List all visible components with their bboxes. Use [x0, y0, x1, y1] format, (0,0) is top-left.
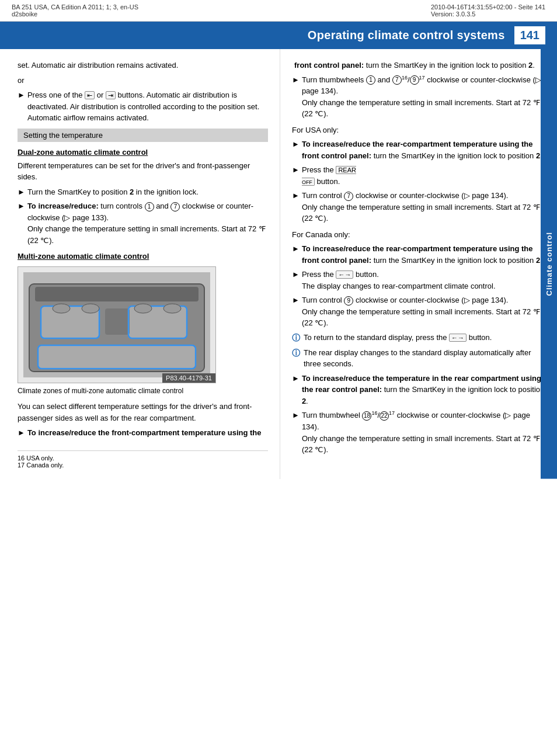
rear-thumbwheel-text: Turn thumbwheel 1816/2217 clockwise or c…: [302, 410, 545, 455]
control-1-icon: 1: [145, 202, 154, 211]
canada-bullet3-text: Turn control 9 clockwise or counter-cloc…: [302, 294, 545, 329]
rear-button-icon: REAROFF: [302, 166, 356, 186]
header-left: BA 251 USA, CA Edition A 2011; 1; 3, en-…: [12, 4, 138, 18]
rear-thumbwheel-22-icon: 22: [380, 411, 389, 421]
multi-zone-bullet1: ► To increase/reduce the front-compartme…: [18, 427, 268, 439]
svg-point-11: [82, 304, 99, 313]
svg-point-13: [163, 304, 181, 313]
usa-bullet2: ► Press the REAROFF button.: [292, 164, 545, 187]
right-bullet-front-panel-text: front control panel: turn the SmartKey i…: [294, 60, 545, 71]
rear-panel-bullet: ► To increase/reduce the temperature in …: [292, 373, 545, 407]
usa-bullet-arrow-2: ►: [292, 164, 300, 187]
usa-bullet3-text: Turn control 7 clockwise or counter-cloc…: [302, 190, 545, 224]
canada-bullet2-text: Press the ←→ button. The display changes…: [302, 269, 545, 292]
canada-bullet1-text: To increase/reduce the rear-compartment …: [302, 243, 545, 266]
rear-thumbwheel-18-icon: 18: [362, 411, 371, 421]
right-bullet-arrow-2: ►: [292, 74, 300, 120]
car-interior-svg: [23, 272, 210, 377]
dual-zone-bullet2-text: To increase/reduce: turn controls 1 and …: [27, 200, 268, 246]
svg-rect-5: [105, 308, 130, 335]
info-text-2: The rear display changes to the standard…: [304, 347, 545, 370]
footnotes: 16 USA only. 17 Canada only.: [18, 450, 268, 469]
svg-rect-6: [38, 345, 196, 369]
bullet-arrow-2: ►: [18, 200, 25, 246]
usa-bullet3: ► Turn control 7 clockwise or counter-cl…: [292, 190, 545, 224]
rear-thumbwheel-bullet: ► Turn thumbwheel 1816/2217 clockwise or…: [292, 410, 545, 455]
title-bar: Operating climate control systems 141: [0, 22, 557, 49]
info-rear-button: ←→: [449, 334, 467, 342]
canada-bullet-arrow-1: ►: [292, 243, 300, 266]
button-icon-left: ⇤: [85, 91, 95, 99]
bullet-arrow-3: ►: [18, 427, 25, 439]
thumbwheel-7-icon: 7: [392, 75, 402, 85]
dual-zone-bullet1-text: Turn the SmartKey to position 2 in the i…: [27, 186, 268, 198]
canada-control-9-icon: 9: [344, 296, 353, 306]
info-item-2: ⓘ The rear display changes to the standa…: [292, 347, 545, 370]
dual-zone-bullet2: ► To increase/reduce: turn controls 1 an…: [18, 200, 268, 246]
image-caption: Climate zones of multi-zone automatic cl…: [18, 386, 268, 396]
footnote-17: 17 Canada only.: [18, 462, 268, 469]
bullet-text-buttons: Press one of the ⇤ or ⇥ buttons. Automat…: [27, 89, 268, 124]
usa-bullet1: ► To increase/reduce the rear-compartmen…: [292, 138, 545, 161]
right-column: front control panel: turn the SmartKey i…: [280, 49, 557, 479]
canada-bullet3: ► Turn control 9 clockwise or counter-cl…: [292, 294, 545, 329]
dual-zone-header: Dual-zone automatic climate control: [18, 148, 268, 157]
usa-bullet-arrow-3: ►: [292, 190, 300, 224]
rear-panel-bullet-text: To increase/reduce the temperature in th…: [302, 373, 545, 407]
climate-image: P83.40-4179-31: [18, 266, 216, 383]
usa-control-7-icon: 7: [344, 192, 353, 201]
page-title: Operating climate control systems: [308, 29, 505, 42]
title-bar-content: Operating climate control systems 141: [308, 26, 545, 44]
multi-zone-bullet1-text: To increase/reduce the front-compartment…: [27, 427, 268, 439]
thumbwheel-9-icon: 9: [410, 75, 419, 85]
info-icon-1: ⓘ: [292, 332, 300, 344]
usa-bullet2-text: Press the REAROFF button.: [302, 164, 545, 187]
side-tab: Climate control: [541, 49, 557, 479]
bullet-item-buttons: ► Press one of the ⇤ or ⇥ buttons. Autom…: [18, 89, 268, 124]
button-icon-right: ⇥: [106, 91, 116, 99]
dual-zone-intro: Different temperatures can be set for th…: [18, 160, 268, 183]
right-bullet-thumbwheels-text: Turn thumbwheels 1 and 716/917 clockwise…: [302, 74, 545, 120]
multi-zone-intro: You can select different temperature set…: [18, 401, 268, 424]
info-icon-2: ⓘ: [292, 347, 300, 370]
control-7-icon: 7: [170, 202, 180, 211]
right-bullet-front-panel: front control panel: turn the SmartKey i…: [292, 60, 545, 71]
right-bullet-thumbwheels: ► Turn thumbwheels 1 and 716/917 clockwi…: [292, 74, 545, 120]
svg-rect-2: [35, 287, 199, 301]
for-canada-label: For Canada only:: [292, 229, 545, 241]
info-text-1: To return to the standard display, press…: [304, 332, 492, 344]
left-column: set. Automatic air distribution remains …: [0, 49, 280, 479]
canada-bullet-arrow-2: ►: [292, 269, 300, 292]
climate-image-inner: [18, 267, 215, 383]
thumbwheel-1-icon: 1: [366, 75, 375, 85]
bullet-arrow: ►: [18, 89, 25, 124]
svg-point-12: [134, 304, 152, 313]
canada-bullet1: ► To increase/reduce the rear-compartmen…: [292, 243, 545, 266]
image-caption-bar: P83.40-4179-31: [162, 373, 215, 383]
bullet-arrow-1: ►: [18, 186, 25, 198]
usa-bullet1-text: To increase/reduce the rear-compartment …: [302, 138, 545, 161]
rear-thumbwheel-arrow: ►: [292, 410, 300, 455]
doc-header: BA 251 USA, CA Edition A 2011; 1; 3, en-…: [0, 0, 557, 22]
multi-zone-header: Multi-zone automatic climate control: [18, 252, 268, 261]
svg-point-10: [53, 304, 70, 313]
footnote-16: 16 USA only.: [18, 455, 268, 462]
rear-panel-bullet-arrow: ►: [292, 373, 300, 407]
canada-bullet2: ► Press the ←→ button. The display chang…: [292, 269, 545, 292]
canada-bullet-arrow-3: ►: [292, 294, 300, 329]
header-right: 2010-04-16T14:31:55+02:00 - Seite 141 Ve…: [431, 4, 545, 18]
page-number: 141: [514, 26, 545, 44]
info-item-1: ⓘ To return to the standard display, pre…: [292, 332, 545, 344]
intro-text: set. Automatic air distribution remains …: [18, 60, 268, 71]
section-header-temperature: Setting the temperature: [18, 129, 268, 142]
canada-rear-button-icon: ←→: [336, 271, 353, 279]
intro-or: or: [18, 75, 268, 86]
dual-zone-bullet1: ► Turn the SmartKey to position 2 in the…: [18, 186, 268, 198]
usa-bullet-arrow-1: ►: [292, 138, 300, 161]
for-usa-label: For USA only:: [292, 124, 545, 136]
main-content: set. Automatic air distribution remains …: [0, 49, 557, 479]
